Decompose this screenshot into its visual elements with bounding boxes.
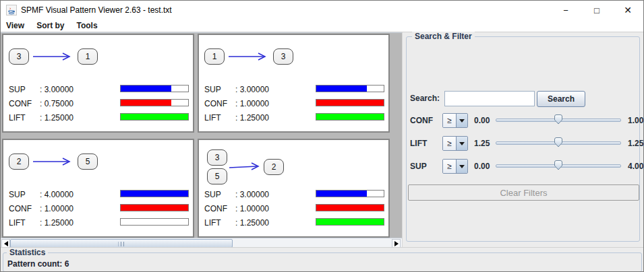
- conf-row: CONF: 1.00000: [9, 204, 192, 213]
- lift-bar-fill: [121, 114, 188, 120]
- slider-thumb[interactable]: [554, 114, 564, 125]
- statistics-groupbox: Statistics Pattern count: 6: [3, 252, 642, 272]
- conf-bar: [316, 99, 384, 106]
- window-title: SPMF Visual Pattern Viewer 2.63 - test.t…: [21, 5, 172, 15]
- title-bar[interactable]: SPMF Visual Pattern Viewer 2.63 - test.t…: [1, 1, 643, 20]
- antecedent-node: 5: [207, 168, 227, 184]
- sup-row: SUP: 4.00000: [9, 190, 192, 199]
- conf-row: CONF: 1.00000: [204, 204, 388, 213]
- stat-label: CONF: [204, 204, 235, 213]
- scroll-left-button[interactable]: [1, 239, 10, 247]
- lift-bar: [120, 218, 189, 226]
- scroll-right-icon: [394, 241, 399, 246]
- stat-label: CONF: [9, 99, 40, 108]
- sup-slider[interactable]: [496, 158, 621, 174]
- stat-label: SUP: [204, 190, 235, 199]
- pattern-card[interactable]: 3 1 SUP: 3.00000 CONF: 0.75000 LIFT: 1.2…: [2, 34, 194, 133]
- pattern-card[interactable]: 1 3 SUP: 3.00000 CONF: 1.00000 LIFT: 1.2…: [198, 34, 390, 133]
- scroll-left-icon: [4, 241, 8, 246]
- stat-label: LIFT: [9, 113, 40, 123]
- stat-value: : 3.00000: [235, 85, 269, 94]
- minimize-icon: −: [563, 5, 568, 15]
- lift-bar-fill: [316, 114, 384, 120]
- rule-arrow-icon: [32, 52, 75, 61]
- java-icon: [6, 5, 17, 15]
- filter-min-value: 0.00: [474, 162, 494, 171]
- search-input[interactable]: [444, 91, 535, 106]
- slider-thumb[interactable]: [554, 137, 564, 148]
- consequent-node: 2: [264, 159, 284, 175]
- pattern-card[interactable]: 2 5 SUP: 4.00000 CONF: 1.00000 LIFT: 1.2…: [2, 139, 194, 238]
- maximize-button[interactable]: □: [581, 1, 612, 20]
- lift-bar: [316, 113, 384, 121]
- filter-name: SUP: [410, 162, 427, 171]
- conf-operator-combobox[interactable]: ≥: [442, 113, 468, 128]
- sup-row: SUP: 3.00000: [204, 85, 388, 94]
- statistics-bar: Statistics Pattern count: 6: [1, 247, 644, 272]
- filter-min-value: 1.25: [474, 139, 494, 148]
- lift-slider[interactable]: [496, 135, 621, 151]
- menu-sort-by[interactable]: Sort by: [36, 21, 64, 30]
- slider-thumb[interactable]: [554, 160, 564, 171]
- conf-filter-row: CONF ≥ 0.00 1.00: [407, 112, 639, 129]
- combobox-arrow-button[interactable]: [457, 114, 467, 127]
- clear-filters-button[interactable]: Clear Filters: [408, 184, 639, 201]
- conf-bar-fill: [121, 205, 188, 211]
- stat-value: : 1.00000: [235, 204, 269, 213]
- sup-bar: [120, 85, 189, 92]
- sup-bar-fill: [121, 191, 188, 197]
- consequent-node: 1: [78, 48, 98, 65]
- conf-slider[interactable]: [496, 112, 621, 129]
- stat-label: LIFT: [204, 218, 235, 228]
- stat-label: SUP: [204, 85, 235, 94]
- stat-label: LIFT: [204, 113, 235, 123]
- lift-row: LIFT: 1.25000: [9, 218, 192, 228]
- stat-value: : 1.25000: [235, 218, 269, 228]
- filter-max-value: 1.25: [628, 139, 644, 148]
- stat-label: SUP: [9, 85, 40, 94]
- stat-label: SUP: [9, 190, 40, 199]
- close-button[interactable]: ✕: [612, 1, 643, 20]
- chevron-down-icon: [459, 165, 465, 171]
- stat-label: CONF: [9, 204, 40, 213]
- menu-view[interactable]: View: [6, 21, 24, 30]
- pattern-card[interactable]: 3 5 2 SUP: 3.00000 CONF: 1.00000 LIFT: 1…: [198, 139, 390, 238]
- maximize-icon: □: [594, 5, 599, 15]
- filter-name: CONF: [410, 116, 433, 125]
- minimize-button[interactable]: −: [550, 1, 581, 20]
- sup-operator-combobox[interactable]: ≥: [442, 159, 468, 174]
- antecedent-node: 3: [9, 48, 29, 65]
- sup-row: SUP: 3.00000: [9, 85, 192, 94]
- antecedent-node: 1: [204, 48, 225, 65]
- consequent-node: 3: [273, 48, 293, 65]
- lift-operator-combobox[interactable]: ≥: [442, 136, 468, 151]
- stat-value: : 1.25000: [40, 113, 74, 123]
- close-icon: ✕: [624, 5, 632, 15]
- antecedent-node: 3: [207, 149, 227, 166]
- sup-bar-fill: [316, 86, 367, 92]
- antecedent-node: 2: [9, 154, 29, 170]
- combobox-arrow-button[interactable]: [457, 160, 467, 173]
- rule-arrow-icon: [229, 162, 264, 172]
- lift-row: LIFT: 1.25000: [9, 113, 192, 123]
- operator-value: ≥: [443, 114, 457, 127]
- stat-value: : 1.25000: [40, 218, 74, 228]
- search-button[interactable]: Search: [537, 91, 585, 107]
- sup-bar: [316, 85, 384, 92]
- sup-row: SUP: 3.00000: [204, 190, 388, 199]
- horizontal-scrollbar[interactable]: [1, 238, 402, 247]
- scroll-right-button[interactable]: [392, 239, 401, 247]
- horizontal-scrollbar-thumb[interactable]: [10, 239, 233, 247]
- groupbox-title: Statistics: [7, 248, 48, 257]
- combobox-arrow-button[interactable]: [457, 137, 467, 150]
- pattern-viewport: 3 1 SUP: 3.00000 CONF: 0.75000 LIFT: 1.2…: [1, 32, 402, 247]
- stat-value: : 1.00000: [40, 204, 74, 213]
- stat-value: : 3.00000: [40, 85, 74, 94]
- lift-bar-fill: [316, 219, 384, 225]
- stat-value: : 1.25000: [235, 113, 269, 123]
- menu-tools[interactable]: Tools: [76, 21, 97, 30]
- filter-min-value: 0.00: [474, 116, 494, 125]
- filter-max-value: 1.00: [628, 116, 644, 125]
- app-window: SPMF Visual Pattern Viewer 2.63 - test.t…: [0, 0, 644, 272]
- rule-arrow-icon: [227, 52, 270, 61]
